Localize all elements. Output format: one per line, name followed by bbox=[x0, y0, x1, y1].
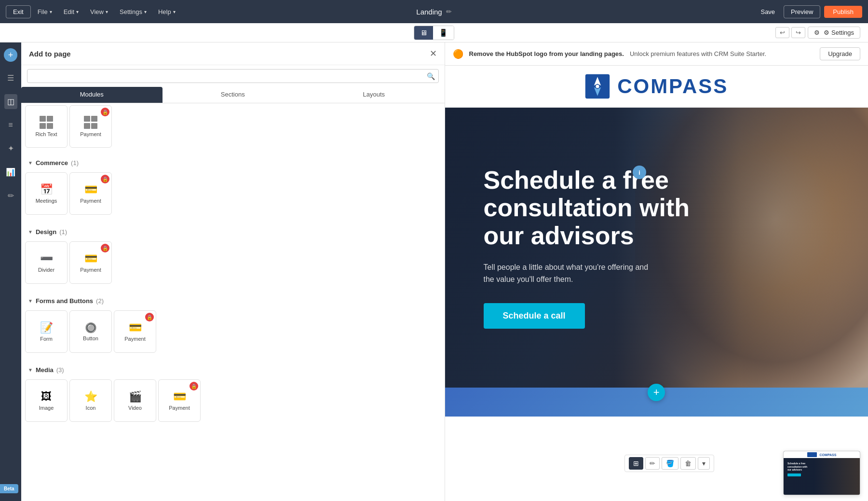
pages-icon-button[interactable]: ☰ bbox=[4, 70, 17, 85]
module-payment-forms-label: Payment bbox=[124, 336, 145, 342]
icon-icon: ⭐ bbox=[84, 390, 97, 403]
mobile-view-button[interactable]: 📱 bbox=[433, 26, 454, 40]
view-menu[interactable]: View ▾ bbox=[85, 6, 113, 18]
file-menu[interactable]: File ▾ bbox=[33, 6, 57, 18]
design-section-header[interactable]: ▼ Design (1) bbox=[21, 224, 445, 239]
chevron-down-icon: ▾ bbox=[76, 9, 79, 14]
divider-icon: ➖ bbox=[40, 252, 53, 265]
hero-section: i Schedule a free consultation with our … bbox=[445, 108, 868, 388]
search-input[interactable] bbox=[27, 69, 439, 83]
design-label: Design bbox=[36, 228, 56, 236]
chevron-down-icon: ▾ bbox=[106, 9, 108, 14]
beta-badge[interactable]: Beta bbox=[0, 484, 18, 493]
edit-menu[interactable]: Edit ▾ bbox=[59, 6, 83, 18]
module-form[interactable]: 📝 Form bbox=[25, 310, 68, 353]
tab-sections[interactable]: Sections bbox=[163, 87, 304, 103]
info-badge[interactable]: i bbox=[633, 166, 646, 179]
forms-buttons-section-header[interactable]: ▼ Forms and Buttons (2) bbox=[21, 293, 445, 308]
module-image[interactable]: 🖼 Image bbox=[25, 379, 68, 422]
module-payment-commerce[interactable]: 💳 Payment 🔒 bbox=[69, 172, 112, 215]
module-meetings[interactable]: 📅 Meetings bbox=[25, 172, 68, 215]
media-modules-grid: 🖼 Image ⭐ Icon 🎬 Video 💳 Payment 🔒 bbox=[21, 377, 445, 428]
module-form-label: Form bbox=[40, 336, 53, 342]
publish-button[interactable]: Publish bbox=[824, 6, 862, 18]
module-payment-design[interactable]: 💳 Payment 🔒 bbox=[69, 241, 112, 284]
lock-icon: 🔒 bbox=[145, 313, 154, 321]
delete-toolbar-button[interactable]: 🗑 bbox=[680, 457, 696, 470]
payment-icon: 💳 bbox=[84, 252, 97, 265]
design-icon-button[interactable]: ✦ bbox=[5, 141, 17, 156]
device-switcher: 🖥 📱 bbox=[414, 26, 454, 40]
edit-title-icon[interactable]: ✏ bbox=[446, 8, 452, 15]
preview-button[interactable]: Preview bbox=[784, 5, 820, 18]
module-rich-text[interactable]: Rich Text bbox=[25, 105, 68, 148]
chevron-down-icon: ▾ bbox=[173, 9, 176, 14]
module-divider-label: Divider bbox=[38, 267, 54, 273]
desktop-view-button[interactable]: 🖥 bbox=[414, 26, 433, 40]
device-bar: 🖥 📱 ↩ ↪ ⚙ ⚙ Settings bbox=[0, 23, 868, 42]
search-button[interactable]: 🔍 bbox=[427, 72, 435, 80]
grid-toolbar-button[interactable]: ⊞ bbox=[629, 457, 643, 470]
analytics-icon-button[interactable]: 📊 bbox=[3, 165, 18, 180]
compass-logo-text: COMPASS bbox=[617, 75, 728, 98]
hero-content: Schedule a free consultation with our ad… bbox=[445, 138, 734, 358]
mini-preview-canvas: COMPASS Schedule a freeconsultation with… bbox=[784, 451, 860, 495]
module-payment-media[interactable]: 💳 Payment 🔒 bbox=[158, 379, 201, 422]
canvas-area: 🟠 Remove the HubSpot logo from your land… bbox=[445, 42, 868, 501]
forms-buttons-section: ▼ Forms and Buttons (2) 📝 Form 🔘 Button … bbox=[21, 292, 445, 361]
help-menu[interactable]: Help ▾ bbox=[153, 6, 180, 18]
module-payment-commerce-label: Payment bbox=[80, 198, 101, 204]
module-button[interactable]: 🔘 Button bbox=[69, 310, 112, 353]
schedule-call-button[interactable]: Schedule a call bbox=[484, 303, 585, 329]
undo-button[interactable]: ↩ bbox=[775, 27, 789, 38]
panel-header: Add to page ✕ bbox=[21, 42, 445, 65]
close-panel-button[interactable]: ✕ bbox=[430, 48, 437, 59]
module-icon[interactable]: ⭐ Icon bbox=[69, 379, 112, 422]
chevron-down-icon: ▼ bbox=[28, 298, 33, 304]
image-icon: 🖼 bbox=[41, 390, 52, 403]
media-section-header[interactable]: ▼ Media (3) bbox=[21, 362, 445, 377]
more-toolbar-button[interactable]: ▾ bbox=[698, 457, 710, 470]
lock-icon: 🔒 bbox=[101, 244, 109, 252]
commerce-section-header[interactable]: ▼ Commerce (1) bbox=[21, 155, 445, 170]
module-divider[interactable]: ➖ Divider bbox=[25, 241, 68, 284]
chevron-down-icon: ▼ bbox=[28, 160, 33, 166]
gear-icon: ⚙ bbox=[814, 29, 820, 36]
design-modules-grid: ➖ Divider 💳 Payment 🔒 bbox=[21, 239, 445, 290]
module-tabs: Modules Sections Layouts bbox=[21, 87, 445, 103]
mini-preview: COMPASS Schedule a freeconsultation with… bbox=[783, 451, 860, 495]
style-toolbar-button[interactable]: 🪣 bbox=[662, 457, 678, 470]
add-module-icon-button[interactable]: + bbox=[4, 48, 17, 62]
module-payment-top[interactable]: Payment 🔒 bbox=[69, 105, 112, 148]
module-video[interactable]: 🎬 Video bbox=[114, 379, 156, 422]
payment-icon: 💳 bbox=[173, 390, 186, 403]
exit-button[interactable]: Exit bbox=[6, 5, 31, 18]
page-canvas: COMPASS i Schedule bbox=[445, 66, 868, 501]
settings-menu[interactable]: Settings ▾ bbox=[115, 6, 151, 18]
edit-toolbar-button[interactable]: ✏ bbox=[645, 457, 660, 470]
design-count: (1) bbox=[59, 228, 67, 236]
forms-buttons-label: Forms and Buttons bbox=[36, 297, 93, 305]
search-area: 🔍 bbox=[21, 65, 445, 87]
module-rich-text-label: Rich Text bbox=[35, 131, 57, 137]
payment-icon: 💳 bbox=[84, 183, 97, 196]
page-title-area: Landing ✏ bbox=[416, 8, 451, 16]
module-payment-forms[interactable]: 💳 Payment 🔒 bbox=[114, 310, 156, 353]
forms-modules-grid: 📝 Form 🔘 Button 💳 Payment 🔒 bbox=[21, 308, 445, 359]
add-section-button[interactable]: + bbox=[648, 384, 665, 401]
save-button[interactable]: Save bbox=[756, 6, 780, 18]
meetings-icon: 📅 bbox=[40, 183, 53, 196]
tab-layouts[interactable]: Layouts bbox=[303, 87, 445, 103]
commerce-label: Commerce bbox=[36, 159, 68, 167]
settings-button[interactable]: ⚙ ⚙ Settings bbox=[808, 27, 860, 39]
layout-icon-button[interactable]: ◫ bbox=[4, 94, 17, 109]
tab-modules[interactable]: Modules bbox=[21, 87, 163, 103]
upgrade-button[interactable]: Upgrade bbox=[820, 47, 860, 60]
pen-icon-button[interactable]: ✏ bbox=[5, 188, 17, 203]
notification-icon: 🟠 bbox=[453, 49, 463, 59]
redo-button[interactable]: ↪ bbox=[791, 27, 805, 38]
undo-redo-group: ↩ ↪ bbox=[775, 27, 805, 38]
commerce-section: ▼ Commerce (1) 📅 Meetings 💳 Payment 🔒 bbox=[21, 153, 445, 223]
top-bar-left: Exit File ▾ Edit ▾ View ▾ Settings ▾ Hel… bbox=[6, 5, 180, 18]
content-icon-button[interactable]: ≡ bbox=[5, 118, 15, 132]
